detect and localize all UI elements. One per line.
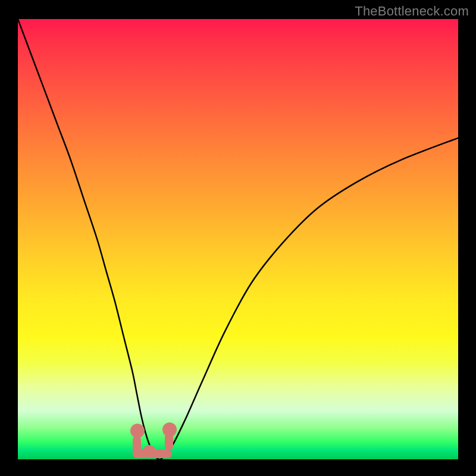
chart-frame: TheBottleneck.com	[0, 0, 476, 476]
handle-right-stem[interactable]	[165, 433, 173, 450]
bottleneck-curve	[18, 19, 458, 459]
watermark-text: TheBottleneck.com	[355, 4, 469, 19]
handle-mid-dot[interactable]	[143, 445, 156, 458]
plot-area	[18, 19, 458, 459]
